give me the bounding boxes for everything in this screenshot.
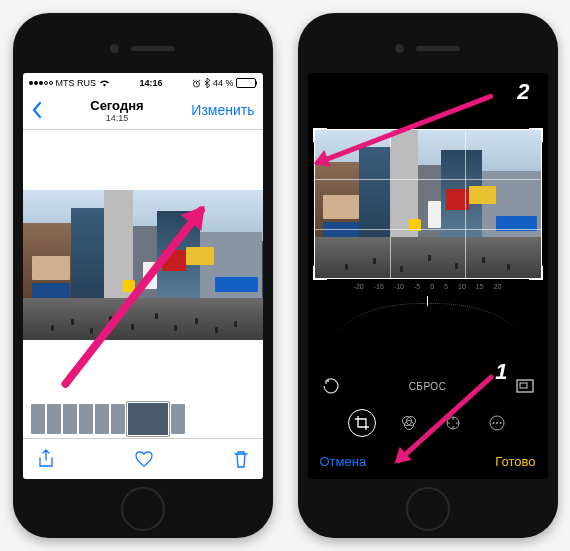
trash-icon [233, 449, 249, 469]
aspect-ratio-icon [516, 379, 534, 393]
chevron-left-icon [31, 101, 43, 119]
phone-left: MTS RUS 14:16 44 % [13, 13, 273, 538]
svg-rect-1 [517, 380, 533, 392]
dial-tick: 10 [458, 283, 466, 290]
crop-handle-tr[interactable] [529, 128, 543, 142]
cancel-button[interactable]: Отмена [320, 454, 367, 469]
thumbnail[interactable] [47, 404, 61, 434]
battery-pct-label: 44 % [213, 78, 234, 88]
nav-title-text: Сегодня [90, 98, 143, 113]
rotate-90-button[interactable] [320, 377, 340, 395]
svg-point-10 [499, 422, 501, 424]
dial-labels: -20 -15 -10 -5 0 5 10 15 20 [354, 283, 502, 290]
dial-tick: -20 [354, 283, 364, 290]
status-bar: MTS RUS 14:16 44 % [23, 73, 263, 91]
crop-handle-bl[interactable] [313, 266, 327, 280]
dial-center-marker [427, 296, 428, 306]
front-camera [110, 44, 119, 53]
share-button[interactable] [37, 449, 55, 469]
dial-tick: 0 [430, 283, 434, 290]
dial-tick: 15 [476, 283, 484, 290]
crop-handle-tl[interactable] [313, 128, 327, 142]
annotation-label-2: 2 [517, 79, 529, 105]
nav-subtitle: 14:15 [43, 113, 192, 123]
earpiece-speaker [131, 46, 175, 51]
thumbnail[interactable] [31, 404, 45, 434]
dial-tick: -15 [374, 283, 384, 290]
like-button[interactable] [134, 450, 154, 468]
bluetooth-icon [204, 78, 210, 88]
nav-bar: Сегодня 14:15 Изменить [23, 91, 263, 130]
back-button[interactable] [31, 101, 43, 119]
home-button[interactable] [121, 487, 165, 531]
aspect-ratio-button[interactable] [515, 379, 535, 393]
reset-button[interactable]: СБРОС [409, 381, 447, 392]
trash-button[interactable] [233, 449, 249, 469]
thumbnail-strip[interactable] [23, 400, 263, 438]
annotation-label-1: 1 [495, 359, 507, 385]
thumbnail-active[interactable] [127, 402, 169, 436]
bezel-top [23, 23, 263, 73]
crop-handle-br[interactable] [529, 266, 543, 280]
mode-filters-button[interactable] [398, 412, 420, 434]
thumbnail[interactable] [111, 404, 125, 434]
screen-crop-editor: -20 -15 -10 -5 0 5 10 15 20 СБРОС [308, 73, 548, 479]
mode-crop-button[interactable] [348, 409, 376, 437]
bezel-top [308, 23, 548, 73]
svg-point-9 [496, 422, 498, 424]
thumbnail[interactable] [63, 404, 77, 434]
dial-tick: -5 [414, 283, 420, 290]
rotate-ccw-icon [321, 377, 339, 395]
filters-icon [400, 414, 418, 432]
dial-tick: -10 [394, 283, 404, 290]
wifi-icon [99, 79, 110, 87]
front-camera [395, 44, 404, 53]
svg-point-8 [492, 422, 494, 424]
edit-button[interactable]: Изменить [191, 102, 254, 118]
alarm-icon [192, 79, 201, 88]
screen-photos-viewer: MTS RUS 14:16 44 % [23, 73, 263, 479]
thumbnail[interactable] [171, 404, 185, 434]
bottom-toolbar [23, 438, 263, 479]
editor-bottom-bar: Отмена Готово [308, 443, 548, 479]
thumbnail[interactable] [95, 404, 109, 434]
photo-times-square [23, 190, 263, 340]
dial-tick: 20 [494, 283, 502, 290]
phone-right: -20 -15 -10 -5 0 5 10 15 20 СБРОС [298, 13, 558, 538]
photo-viewer[interactable] [23, 130, 263, 400]
crop-rotate-icon [354, 415, 370, 431]
nav-title: Сегодня 14:15 [43, 98, 192, 123]
status-time: 14:16 [139, 78, 162, 88]
home-button[interactable] [406, 487, 450, 531]
dial-tick: 5 [444, 283, 448, 290]
signal-strength-icon [29, 81, 53, 85]
done-button[interactable]: Готово [495, 454, 535, 469]
carrier-label: MTS RUS [56, 78, 97, 88]
heart-icon [134, 450, 154, 468]
battery-icon [236, 78, 256, 88]
svg-rect-2 [520, 383, 527, 388]
more-icon [488, 414, 506, 432]
thumbnail[interactable] [79, 404, 93, 434]
rotate-dial[interactable]: -20 -15 -10 -5 0 5 10 15 20 [308, 279, 548, 333]
share-icon [37, 449, 55, 469]
crop-tools-row: СБРОС [308, 369, 548, 403]
earpiece-speaker [416, 46, 460, 51]
mode-more-button[interactable] [486, 412, 508, 434]
